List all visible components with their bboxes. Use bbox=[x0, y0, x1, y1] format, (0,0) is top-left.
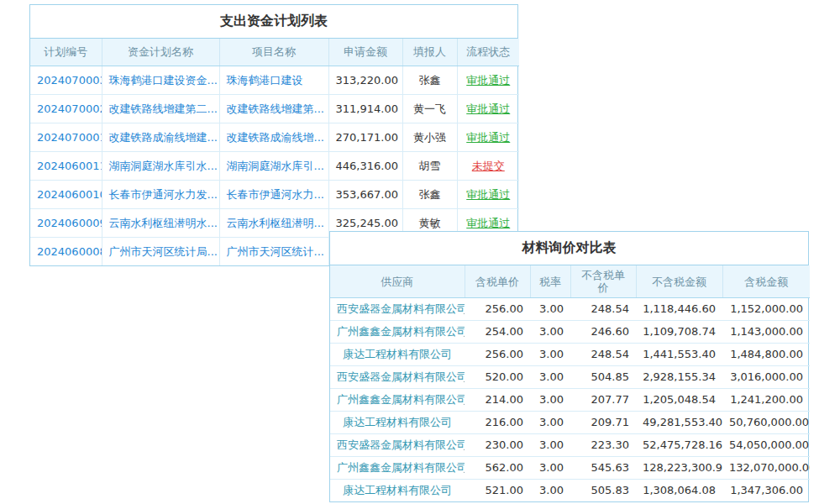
status-cell: 审批通过 bbox=[457, 123, 519, 152]
supplier-cell: 康达工程材料有限公司 bbox=[330, 412, 465, 434]
plan-id-link[interactable]: 2024070002 bbox=[37, 102, 102, 115]
status-cell: 未提交 bbox=[457, 152, 519, 181]
plan-id-link[interactable]: 2024060010 bbox=[37, 188, 102, 201]
status-link[interactable]: 未提交 bbox=[472, 160, 505, 172]
plan-id-link[interactable]: 2024060009 bbox=[37, 217, 102, 229]
supplier-link[interactable]: 康达工程材料有限公司 bbox=[343, 484, 452, 496]
plan-id-cell: 2024060011 bbox=[30, 152, 102, 181]
price-without-tax-cell: 545.63 bbox=[570, 457, 636, 480]
supplier-link[interactable]: 广州鑫鑫金属材料有限公司 bbox=[337, 325, 465, 338]
project-name-link[interactable]: 云南水利枢纽潜明... bbox=[227, 217, 324, 229]
col-header-amount: 申请金额 bbox=[328, 39, 402, 66]
plan-id-cell: 2024060008 bbox=[30, 238, 102, 266]
fund-plan-name-cell: 改建铁路线增建第二... bbox=[102, 95, 219, 123]
col-header-price-without-tax: 不含税单价 bbox=[570, 265, 636, 298]
fund-plan-name-link[interactable]: 云南水利枢纽潜明水... bbox=[109, 217, 218, 229]
fund-plan-name-link[interactable]: 珠海鹤港口建设资金... bbox=[109, 74, 218, 87]
fund-plan-name-link[interactable]: 湖南洞庭湖水库引水... bbox=[109, 160, 218, 172]
table-row: 2024070001改建铁路成渝线增建...改建铁路成渝线增...270,171… bbox=[30, 123, 519, 152]
table-row: 西安盛器金属材料有限公司230.003.00223.3052,475,728.1… bbox=[330, 434, 810, 457]
status-link[interactable]: 审批通过 bbox=[466, 131, 510, 144]
amount-with-tax-cell: 3,016,000.00 bbox=[722, 366, 810, 389]
amount-cell: 313,220.00 bbox=[328, 66, 402, 95]
material-table-body: 西安盛器金属材料有限公司256.003.00248.541,118,446.60… bbox=[330, 298, 810, 502]
project-name-cell: 改建铁路线增建第... bbox=[219, 95, 328, 123]
price-without-tax-cell: 223.30 bbox=[570, 434, 636, 457]
fund-plan-name-link[interactable]: 改建铁路线增建第二... bbox=[109, 102, 218, 115]
table-row: 西安盛器金属材料有限公司520.003.00504.852,928,155.34… bbox=[330, 366, 810, 389]
amount-with-tax-cell: 1,152,000.00 bbox=[722, 298, 810, 321]
fund-plan-name-link[interactable]: 广州市天河区统计局... bbox=[109, 245, 218, 258]
table-row: 康达工程材料有限公司521.003.00505.831,308,064.081,… bbox=[330, 480, 810, 502]
tax-rate-cell: 3.00 bbox=[530, 434, 570, 457]
amount-with-tax-cell: 1,484,800.00 bbox=[722, 344, 810, 366]
supplier-link[interactable]: 西安盛器金属材料有限公司 bbox=[337, 302, 465, 315]
reporter-cell: 黄一飞 bbox=[402, 95, 457, 123]
col-header-supplier: 供应商 bbox=[330, 265, 465, 298]
supplier-link[interactable]: 西安盛器金属材料有限公司 bbox=[337, 370, 465, 383]
amount-without-tax-cell: 1,308,064.08 bbox=[636, 480, 722, 502]
project-name-link[interactable]: 珠海鹤港口建设 bbox=[227, 74, 303, 87]
supplier-link[interactable]: 康达工程材料有限公司 bbox=[343, 416, 452, 428]
tax-rate-cell: 3.00 bbox=[530, 412, 570, 434]
project-name-link[interactable]: 长春市伊通河水力... bbox=[227, 188, 324, 201]
project-name-link[interactable]: 改建铁路线增建第... bbox=[227, 102, 324, 115]
project-name-cell: 广州市天河区统计... bbox=[219, 238, 328, 266]
plan-id-link[interactable]: 2024060008 bbox=[37, 245, 102, 258]
supplier-link[interactable]: 广州鑫鑫金属材料有限公司 bbox=[337, 393, 465, 406]
supplier-link[interactable]: 广州鑫鑫金属材料有限公司 bbox=[337, 461, 465, 474]
expense-plan-table-card: 支出资金计划列表 计划编号 资金计划名称 项目名称 申请金额 填报人 流程状态 … bbox=[29, 4, 518, 266]
supplier-link[interactable]: 康达工程材料有限公司 bbox=[343, 348, 452, 360]
table-row: 广州鑫鑫金属材料有限公司214.003.00207.771,205,048.54… bbox=[330, 389, 810, 412]
amount-without-tax-cell: 1,441,553.40 bbox=[636, 344, 722, 366]
expense-table-header: 计划编号 资金计划名称 项目名称 申请金额 填报人 流程状态 bbox=[30, 39, 519, 66]
plan-id-link[interactable]: 2024070003 bbox=[37, 74, 102, 87]
reporter-cell: 张鑫 bbox=[402, 181, 457, 209]
amount-with-tax-cell: 1,143,000.00 bbox=[722, 321, 810, 344]
project-name-link[interactable]: 改建铁路成渝线增... bbox=[227, 131, 324, 144]
supplier-cell: 康达工程材料有限公司 bbox=[330, 344, 465, 366]
plan-id-link[interactable]: 2024060011 bbox=[37, 160, 102, 172]
project-name-link[interactable]: 广州市天河区统计... bbox=[227, 245, 324, 258]
expense-table-title: 支出资金计划列表 bbox=[30, 5, 517, 39]
status-link[interactable]: 审批通过 bbox=[466, 74, 510, 87]
material-table-title: 材料询价对比表 bbox=[330, 232, 808, 265]
supplier-cell: 西安盛器金属材料有限公司 bbox=[330, 298, 465, 321]
fund-plan-name-link[interactable]: 长春市伊通河水力发... bbox=[109, 188, 218, 201]
col-header-tax-rate: 税率 bbox=[530, 265, 570, 298]
tax-rate-cell: 3.00 bbox=[530, 321, 570, 344]
col-header-amount-with-tax: 含税金额 bbox=[722, 265, 810, 298]
col-header-project-name: 项目名称 bbox=[219, 39, 328, 66]
price-without-tax-cell: 504.85 bbox=[570, 366, 636, 389]
supplier-link[interactable]: 西安盛器金属材料有限公司 bbox=[337, 438, 465, 451]
supplier-cell: 康达工程材料有限公司 bbox=[330, 480, 465, 502]
reporter-cell: 张鑫 bbox=[402, 66, 457, 95]
project-name-cell: 珠海鹤港口建设 bbox=[219, 66, 328, 95]
fund-plan-name-cell: 湖南洞庭湖水库引水... bbox=[102, 152, 219, 181]
amount-with-tax-cell: 132,070,000.00 bbox=[722, 457, 810, 480]
fund-plan-name-cell: 长春市伊通河水力发... bbox=[102, 181, 219, 209]
price-with-tax-cell: 562.00 bbox=[465, 457, 530, 480]
amount-without-tax-cell: 1,109,708.74 bbox=[636, 321, 722, 344]
amount-without-tax-cell: 2,928,155.34 bbox=[636, 366, 722, 389]
fund-plan-name-cell: 改建铁路成渝线增建... bbox=[102, 123, 219, 152]
table-row: 广州鑫鑫金属材料有限公司254.003.00246.601,109,708.74… bbox=[330, 321, 810, 344]
project-name-cell: 长春市伊通河水力... bbox=[219, 181, 328, 209]
fund-plan-name-link[interactable]: 改建铁路成渝线增建... bbox=[109, 131, 218, 144]
supplier-cell: 广州鑫鑫金属材料有限公司 bbox=[330, 321, 465, 344]
status-link[interactable]: 审批通过 bbox=[466, 102, 510, 115]
supplier-cell: 广州鑫鑫金属材料有限公司 bbox=[330, 389, 465, 412]
col-header-fund-plan-name: 资金计划名称 bbox=[102, 39, 219, 66]
material-table-header: 供应商 含税单价 税率 不含税单价 不含税金额 含税金额 bbox=[330, 265, 810, 298]
table-row: 广州鑫鑫金属材料有限公司562.003.00545.63128,223,300.… bbox=[330, 457, 810, 480]
project-name-link[interactable]: 湖南洞庭湖水库引... bbox=[227, 160, 324, 172]
table-row: 2024070002改建铁路线增建第二...改建铁路线增建第...311,914… bbox=[30, 95, 519, 123]
reporter-cell: 胡雪 bbox=[402, 152, 457, 181]
plan-id-link[interactable]: 2024070001 bbox=[37, 131, 102, 144]
price-without-tax-cell: 246.60 bbox=[570, 321, 636, 344]
tax-rate-cell: 3.00 bbox=[530, 480, 570, 502]
status-link[interactable]: 审批通过 bbox=[466, 188, 510, 201]
tax-rate-cell: 3.00 bbox=[530, 366, 570, 389]
amount-cell: 446,316.00 bbox=[328, 152, 402, 181]
status-link[interactable]: 审批通过 bbox=[466, 217, 510, 229]
